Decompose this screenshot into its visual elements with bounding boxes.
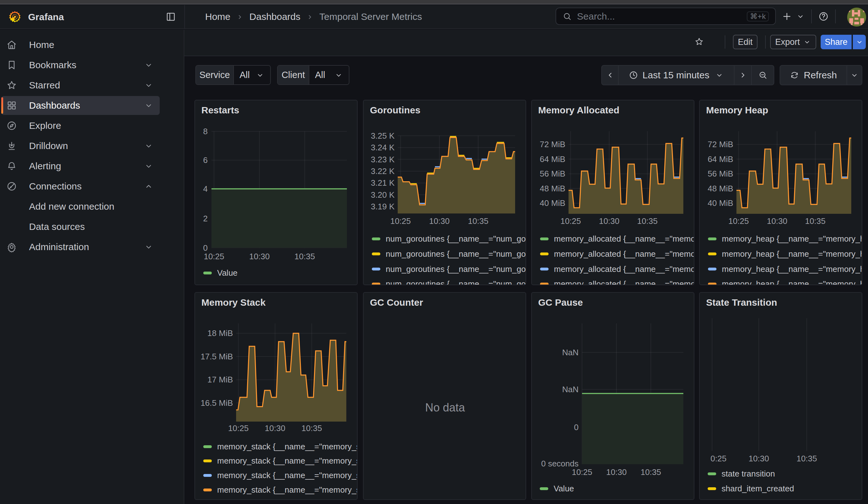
svg-text:10:25: 10:25 bbox=[204, 252, 224, 261]
svg-text:No data: No data bbox=[425, 401, 465, 414]
svg-text:10:30: 10:30 bbox=[265, 423, 285, 433]
svg-text:8: 8 bbox=[203, 127, 208, 136]
svg-text:NaN: NaN bbox=[562, 384, 579, 394]
svg-text:0:25: 0:25 bbox=[711, 454, 726, 463]
svg-text:3.21 K: 3.21 K bbox=[371, 178, 395, 187]
svg-text:3.24 K: 3.24 K bbox=[371, 143, 395, 152]
svg-text:56 MiB: 56 MiB bbox=[540, 169, 565, 178]
svg-text:10:35: 10:35 bbox=[640, 467, 661, 477]
svg-text:Value: Value bbox=[554, 484, 574, 493]
svg-text:64 MiB: 64 MiB bbox=[707, 154, 733, 164]
svg-text:0: 0 bbox=[574, 422, 579, 432]
svg-text:4: 4 bbox=[203, 184, 208, 194]
svg-text:10:25: 10:25 bbox=[728, 216, 749, 226]
svg-text:memory_heap {__name__="memory_: memory_heap {__name__="memory_h bbox=[722, 264, 862, 274]
svg-text:48 MiB: 48 MiB bbox=[707, 184, 733, 193]
svg-text:memory_allocated {__name__="me: memory_allocated {__name__="memo bbox=[554, 279, 694, 285]
svg-text:memory_allocated {__name__="me: memory_allocated {__name__="memo bbox=[554, 264, 694, 274]
svg-text:num_goroutines {__name__="num_: num_goroutines {__name__="num_go bbox=[386, 264, 526, 274]
svg-text:num_goroutines {__name__="num_: num_goroutines {__name__="num_go bbox=[386, 249, 526, 259]
svg-text:10:35: 10:35 bbox=[468, 216, 488, 226]
svg-text:num_goroutines {__name__="num_: num_goroutines {__name__="num_go bbox=[386, 234, 526, 244]
svg-text:10:30: 10:30 bbox=[249, 252, 270, 261]
svg-text:10:35: 10:35 bbox=[637, 216, 658, 226]
svg-text:memory_heap {__name__="memory_: memory_heap {__name__="memory_h bbox=[722, 279, 862, 285]
svg-text:40 MiB: 40 MiB bbox=[707, 198, 733, 208]
svg-text:17.5 MiB: 17.5 MiB bbox=[200, 352, 233, 361]
svg-text:10:30: 10:30 bbox=[748, 454, 769, 463]
svg-text:NaN: NaN bbox=[562, 348, 579, 357]
svg-text:memory_stack {__name__="memory: memory_stack {__name__="memory_s bbox=[217, 471, 358, 480]
svg-text:10:35: 10:35 bbox=[805, 216, 825, 226]
svg-text:10:30: 10:30 bbox=[429, 216, 450, 226]
svg-text:56 MiB: 56 MiB bbox=[707, 169, 733, 178]
svg-text:16.5 MiB: 16.5 MiB bbox=[200, 398, 233, 408]
svg-text:10:35: 10:35 bbox=[796, 454, 817, 463]
svg-text:memory_stack {__name__="memory: memory_stack {__name__="memory_s bbox=[217, 485, 358, 495]
svg-text:3.19 K: 3.19 K bbox=[371, 202, 395, 211]
svg-text:num_goroutines {__name__="num_: num_goroutines {__name__="num_go bbox=[386, 279, 526, 285]
svg-text:Value: Value bbox=[217, 268, 238, 278]
svg-text:memory_stack {__name__="memory: memory_stack {__name__="memory_s bbox=[217, 456, 358, 465]
svg-text:0: 0 bbox=[203, 243, 208, 253]
svg-text:10:35: 10:35 bbox=[294, 252, 315, 261]
svg-text:3.23 K: 3.23 K bbox=[371, 155, 395, 164]
svg-text:memory_allocated {__name__="me: memory_allocated {__name__="memo bbox=[554, 234, 694, 244]
svg-text:48 MiB: 48 MiB bbox=[540, 184, 565, 193]
svg-text:state transition: state transition bbox=[722, 469, 775, 479]
svg-text:10:35: 10:35 bbox=[301, 423, 322, 433]
svg-text:3.22 K: 3.22 K bbox=[371, 166, 395, 176]
svg-text:72 MiB: 72 MiB bbox=[540, 140, 565, 149]
svg-text:3.25 K: 3.25 K bbox=[371, 131, 395, 141]
svg-text:64 MiB: 64 MiB bbox=[540, 154, 565, 164]
svg-text:10:30: 10:30 bbox=[599, 216, 619, 226]
svg-text:18 MiB: 18 MiB bbox=[207, 328, 233, 338]
svg-text:memory_stack {__name__="memory: memory_stack {__name__="memory_s bbox=[217, 442, 358, 451]
svg-text:shard_item_created: shard_item_created bbox=[722, 484, 794, 493]
svg-text:17 MiB: 17 MiB bbox=[207, 375, 233, 384]
svg-text:memory_allocated {__name__="me: memory_allocated {__name__="memo bbox=[554, 249, 694, 259]
svg-text:10:30: 10:30 bbox=[606, 467, 627, 477]
svg-text:10:25: 10:25 bbox=[572, 467, 592, 477]
svg-text:6: 6 bbox=[203, 155, 208, 165]
svg-text:10:25: 10:25 bbox=[228, 423, 249, 433]
svg-text:0 seconds: 0 seconds bbox=[541, 459, 579, 468]
svg-text:72 MiB: 72 MiB bbox=[707, 140, 733, 149]
svg-text:10:25: 10:25 bbox=[390, 216, 411, 226]
svg-text:3.20 K: 3.20 K bbox=[371, 190, 395, 199]
svg-text:10:25: 10:25 bbox=[560, 216, 581, 226]
svg-text:memory_heap {__name__="memory_: memory_heap {__name__="memory_h bbox=[722, 234, 862, 244]
svg-text:memory_heap {__name__="memory_: memory_heap {__name__="memory_h bbox=[722, 249, 862, 259]
svg-text:10:30: 10:30 bbox=[767, 216, 787, 226]
svg-text:40 MiB: 40 MiB bbox=[540, 198, 565, 208]
svg-text:2: 2 bbox=[203, 214, 208, 223]
